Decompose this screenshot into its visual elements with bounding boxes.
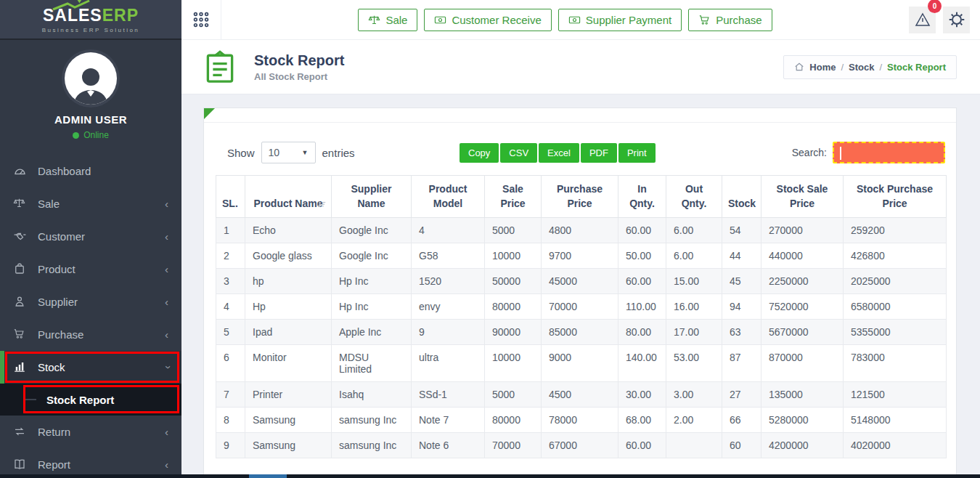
search-area: Search:	[792, 142, 945, 163]
sidebar-item-return[interactable]: Return‹	[0, 416, 181, 448]
table-cell: 870000	[761, 344, 844, 381]
export-pdf-button[interactable]: PDF	[581, 143, 617, 163]
table-cell: MDSU Limited	[332, 344, 412, 381]
table-cell: 68.00	[618, 407, 666, 432]
sidebar-subitem-stock-report[interactable]: Stock Report	[0, 384, 181, 416]
table-row: 3hpHp Inc1520500004500060.0015.004522500…	[216, 268, 947, 293]
table-row: 6MonitorMDSU Limitedultra100009000140.00…	[216, 344, 947, 381]
table-cell: 440000	[761, 243, 844, 268]
logo-tagline: Business ERP Solution	[42, 27, 140, 33]
column-header[interactable]: Stock Purchase Price	[844, 176, 947, 218]
column-header[interactable]: Supplier Name	[332, 176, 412, 218]
table-cell: 60	[722, 432, 761, 458]
sidebar-item-label: Return	[38, 426, 70, 438]
table-cell: 53.00	[666, 344, 722, 381]
table-cell: 5	[216, 319, 245, 344]
table-cell: Note 6	[412, 432, 485, 458]
table-row: 1EchoGoogle Inc45000480060.006.005427000…	[216, 217, 947, 243]
table-cell: 140.00	[618, 344, 666, 381]
quick-button-purchase[interactable]: Purchase	[688, 9, 772, 31]
table-cell: 7520000	[761, 293, 844, 319]
quick-button-supplier-payment[interactable]: Supplier Payment	[558, 9, 682, 31]
table-cell: 135000	[761, 381, 844, 407]
home-icon	[794, 62, 804, 72]
breadcrumb: Home / Stock / Stock Report	[783, 55, 957, 79]
stock-table: SL.Product NameSupplier NameProduct Mode…	[216, 175, 947, 458]
table-cell: 70000	[485, 432, 542, 458]
column-header[interactable]: In Qnty.	[618, 176, 666, 218]
table-cell: 50.00	[618, 243, 666, 268]
briefcase-icon	[13, 262, 28, 277]
alerts-button[interactable]: 0	[909, 7, 936, 33]
table-controls: Show 10 ▼ entries CopyCSVExcelPDFPrint S…	[204, 142, 956, 165]
column-header[interactable]: Product Model	[412, 176, 485, 218]
table-cell: 2025000	[844, 268, 947, 293]
sidebar-item-supplier[interactable]: Supplier‹	[0, 285, 181, 318]
column-header[interactable]: Sale Price	[485, 176, 542, 218]
column-header[interactable]: Purchase Price	[542, 176, 618, 218]
table-cell: 7	[216, 381, 245, 407]
sidebar-item-dashboard[interactable]: Dashboard	[0, 155, 181, 187]
table-cell: 2250000	[761, 268, 844, 293]
sidebar-item-label: Stock	[38, 361, 65, 373]
sidebar-item-sale[interactable]: Sale‹	[0, 187, 181, 220]
avatar[interactable]	[65, 52, 117, 105]
breadcrumb-separator: /	[841, 62, 844, 73]
quick-actions: SaleCustomer ReceiveSupplier PaymentPurc…	[221, 9, 909, 31]
column-header[interactable]: Stock	[722, 176, 761, 218]
apps-grid-icon[interactable]	[181, 0, 221, 40]
table-cell: 121500	[844, 381, 947, 407]
table-cell: 9	[412, 319, 485, 344]
export-excel-button[interactable]: Excel	[539, 143, 579, 163]
entries-label: entries	[322, 147, 355, 159]
column-header[interactable]: Product Name	[245, 176, 332, 218]
table-cell: Samsung	[245, 407, 332, 432]
content-area: Show 10 ▼ entries CopyCSVExcelPDFPrint S…	[181, 94, 980, 478]
table-cell	[666, 432, 722, 458]
cart-icon	[698, 14, 711, 26]
table-cell: 78000	[542, 407, 618, 432]
sidebar-item-product[interactable]: Product‹	[0, 253, 181, 285]
table-cell: 30.00	[618, 381, 666, 407]
table-row: 5IpadApple Inc9900008500080.0017.0063567…	[216, 319, 947, 344]
return-icon	[13, 425, 28, 439]
sidebar-item-purchase[interactable]: Purchase‹	[0, 318, 181, 351]
handshake-icon	[13, 230, 28, 244]
quick-button-label: Sale	[385, 14, 407, 26]
column-header-label: SL.	[222, 198, 238, 209]
export-copy-button[interactable]: Copy	[460, 143, 499, 163]
quick-button-sale[interactable]: Sale	[358, 9, 417, 31]
export-print-button[interactable]: Print	[618, 143, 656, 163]
user-silhouette-icon	[68, 62, 114, 105]
search-input[interactable]	[833, 142, 945, 163]
breadcrumb-home[interactable]: Home	[809, 62, 836, 73]
bottom-blue-segment	[249, 474, 287, 478]
green-corner-ribbon	[204, 108, 215, 119]
table-cell: 4	[216, 293, 245, 319]
column-header-label: Stock Sale Price	[777, 183, 828, 209]
page-header: Stock Report All Stock Report Home / Sto…	[181, 40, 980, 94]
column-header[interactable]: Out Qnty.	[666, 176, 722, 218]
user-panel: ADMIN USER Online	[0, 40, 181, 149]
app-logo[interactable]: SALESERP Business ERP Solution	[0, 0, 181, 40]
entries-select[interactable]: 10 ▼	[261, 142, 316, 163]
table-cell: ultra	[412, 344, 485, 381]
online-dot-icon	[73, 132, 79, 139]
bar-chart-icon	[13, 360, 28, 375]
sidebar-item-customer[interactable]: Customer‹	[0, 220, 181, 253]
person-icon	[13, 295, 28, 309]
table-cell: Hp	[245, 293, 332, 319]
sort-icon[interactable]	[317, 200, 327, 210]
sidebar-item-report[interactable]: Report‹	[0, 448, 181, 478]
sidebar-item-stock[interactable]: Stock‹	[0, 351, 181, 384]
select-caret-icon: ▼	[302, 149, 309, 156]
column-header[interactable]: Stock Sale Price	[761, 176, 844, 218]
column-header[interactable]: SL.	[216, 176, 245, 218]
settings-button[interactable]	[943, 7, 970, 33]
quick-button-customer-receive[interactable]: Customer Receive	[424, 9, 551, 31]
table-cell: samsung Inc	[332, 407, 412, 432]
table-cell: 10000	[485, 243, 542, 268]
chevron-left-icon: ‹	[165, 328, 168, 341]
breadcrumb-stock[interactable]: Stock	[849, 62, 874, 73]
export-csv-button[interactable]: CSV	[500, 143, 537, 163]
